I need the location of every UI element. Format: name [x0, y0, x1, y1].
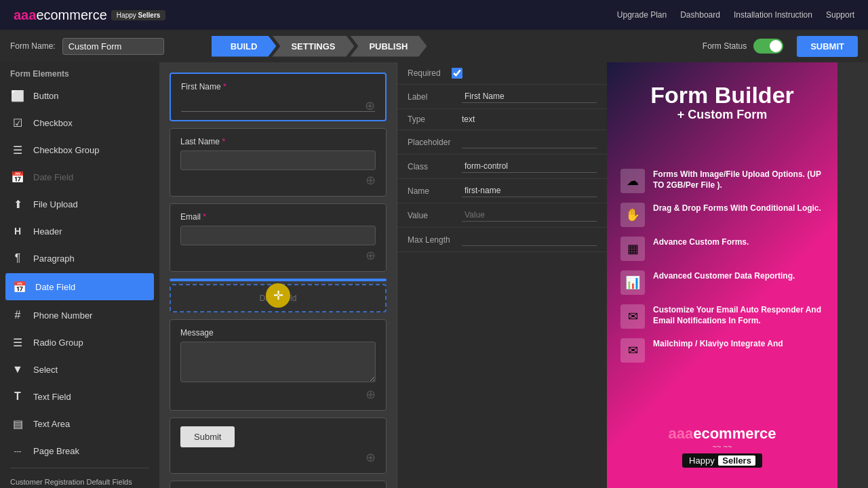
add-field-plus-submit[interactable]: ⊕ — [180, 450, 376, 465]
sidebar-item-header[interactable]: H Header — [0, 218, 159, 245]
promo-feature-mailchimp: ✉ Mailchimp / Klaviyo Integrate And — [620, 338, 824, 363]
prop-name-key: Name — [408, 186, 462, 196]
sidebar-item-file-upload[interactable]: ⬆ File Upload — [0, 190, 159, 218]
promo-feature-advanced: ▦ Advance Custom Forms. — [620, 237, 824, 261]
date-field-icon: 📅 — [10, 169, 25, 184]
prop-maxlength-row: Max Length — [397, 228, 607, 252]
sidebar-item-page-break[interactable]: --- Page Break — [0, 437, 159, 464]
last-name-input[interactable] — [180, 150, 376, 170]
prop-value-input[interactable] — [462, 209, 597, 222]
drag-move-icon[interactable]: ✛ — [266, 283, 290, 308]
sidebar-item-button[interactable]: ⬜ Button — [0, 82, 159, 109]
field-label-message: Message — [180, 328, 376, 338]
nav-upgrade[interactable]: Upgrade Plan — [617, 10, 667, 20]
field-message[interactable]: Message ⊕ — [170, 319, 387, 411]
prop-class-key: Class — [408, 162, 462, 171]
message-input[interactable] — [180, 342, 376, 382]
prop-name-row: Name — [397, 179, 607, 203]
page-break-icon: --- — [10, 443, 25, 458]
prop-type-key: Type — [408, 115, 462, 124]
prop-class-row: Class — [397, 155, 607, 179]
promo-feature-text: Mailchimp / Klaviyo Integrate And — [653, 338, 783, 350]
top-nav: aaaecommerce Happy Sellers Upgrade Plan … — [0, 0, 868, 30]
prop-type-row: Type text — [397, 109, 607, 130]
field-email[interactable]: Email * ⊕ — [170, 203, 387, 272]
promo-logo-bottom: aaaecommerce ~~ ~~ Happy Sellers — [668, 425, 776, 468]
field-label-email: Email * — [180, 212, 376, 222]
form-status-toggle[interactable] — [753, 39, 783, 54]
submit-button[interactable]: SUBMIT — [797, 36, 858, 57]
prop-placeholder-row: Placeholder — [397, 130, 607, 155]
sidebar-item-radio-group[interactable]: ☰ Radio Group — [0, 329, 159, 356]
prop-label-row: Label — [397, 85, 607, 109]
add-field-plus-email[interactable]: ⊕ — [180, 248, 376, 263]
tab-publish[interactable]: PUBLISH — [350, 36, 427, 57]
prop-required-row: Required — [397, 62, 607, 85]
add-field-plus-msg[interactable]: ⊕ — [180, 387, 376, 402]
promo-feature-email: ✉ Customize Your Email Auto Responder An… — [620, 304, 824, 329]
email-icon: ✉ — [620, 304, 645, 329]
field-label-lastname: Last Name * — [180, 137, 376, 146]
add-field-plus-last[interactable]: ⊕ — [180, 173, 376, 188]
field-last-name[interactable]: Last Name * ⊕ — [170, 128, 387, 197]
sidebar-item-date-field-dragging[interactable]: 📅 Date Field — [5, 273, 154, 300]
toggle-knob — [770, 40, 782, 52]
sidebar-item-checkbox[interactable]: ☑ Checkbox — [0, 109, 159, 136]
promo-happy-sellers: Happy Sellers — [682, 453, 762, 468]
prop-class-input[interactable] — [462, 160, 597, 173]
promo-feature-text: Forms With Image/File Upload Options. (U… — [653, 169, 824, 192]
properties-panel: Required Label Type text Placeholder Cla… — [397, 62, 607, 488]
field-first-name[interactable]: First Name * ⊕ — [170, 73, 387, 121]
form-tabs: BUILD SETTINGS PUBLISH — [212, 36, 423, 57]
paragraph-icon: ¶ — [10, 251, 25, 266]
required-marker: * — [223, 82, 226, 92]
sidebar-item-date-field[interactable]: 📅 Date Field — [0, 163, 159, 190]
form-name-input[interactable] — [62, 38, 164, 55]
sidebar-item-text-area[interactable]: ▤ Text Area — [0, 410, 159, 437]
prop-name-input[interactable] — [462, 184, 597, 197]
field-wrapper-firstname: First Name * ⊕ — [170, 73, 387, 121]
logo-subtitle: Happy Sellers — [111, 10, 166, 20]
sidebar-item-select[interactable]: ▼ Select — [0, 356, 159, 383]
promo-amazon-line: ~~ ~~ — [668, 443, 776, 451]
prop-maxlength-input[interactable] — [462, 233, 597, 246]
email-input[interactable] — [180, 226, 376, 245]
prop-required-label: Required — [408, 68, 441, 78]
form-submit-button[interactable]: Submit — [180, 426, 235, 447]
nav-installation[interactable]: Installation Instruction — [734, 10, 812, 20]
sidebar-section-title: Form Elements — [0, 62, 159, 82]
field-wrapper-date-drop: ✛ Date Field — [170, 279, 387, 312]
nav-support[interactable]: Support — [826, 10, 854, 20]
prop-placeholder-input[interactable] — [462, 136, 597, 148]
drop-indicator — [170, 279, 387, 281]
tab-build[interactable]: BUILD — [212, 36, 277, 57]
sidebar-item-label: Header — [33, 226, 62, 237]
phone-number-icon: # — [10, 308, 25, 323]
date-field-dragging-icon: 📅 — [12, 279, 27, 294]
required-checkbox[interactable] — [452, 68, 462, 79]
sidebar-item-paragraph[interactable]: ¶ Paragraph — [0, 245, 159, 272]
sidebar-item-label: Date Field — [35, 282, 75, 292]
sidebar-item-label: Checkbox Group — [33, 145, 100, 155]
sidebar-item-label: Page Break — [33, 446, 79, 456]
form-status-area: Form Status SUBMIT — [703, 36, 858, 57]
first-name-input[interactable] — [181, 96, 375, 112]
promo-feature-text: Advanced Customer Data Reporting. — [653, 270, 795, 282]
field-submit: Submit ⊕ — [170, 418, 387, 474]
sidebar-item-label: Text Field — [33, 392, 71, 402]
prop-label-input[interactable] — [462, 90, 597, 103]
nav-dashboard[interactable]: Dashboard — [680, 10, 720, 20]
required-marker-last: * — [222, 137, 225, 146]
tab-settings[interactable]: SETTINGS — [272, 36, 354, 57]
sidebar-item-label: Radio Group — [33, 338, 83, 348]
sidebar-item-phone-number[interactable]: # Phone Number — [0, 302, 159, 329]
sidebar-item-text-field[interactable]: T Text Field — [0, 383, 159, 410]
sidebar-item-checkbox-group[interactable]: ☰ Checkbox Group — [0, 136, 159, 163]
text-area-icon: ▤ — [10, 416, 25, 431]
field-date[interactable]: Date Field ⊕ — [170, 481, 387, 488]
sidebar: Form Elements ⬜ Button ☑ Checkbox ☰ Chec… — [0, 62, 159, 488]
checkbox-icon: ☑ — [10, 115, 25, 130]
select-icon: ▼ — [10, 362, 25, 377]
field-wrapper-date: Date Field ⊕ — [170, 481, 387, 488]
promo-feature-drag: ✋ Drag & Drop Forms With Conditional Log… — [620, 203, 824, 227]
